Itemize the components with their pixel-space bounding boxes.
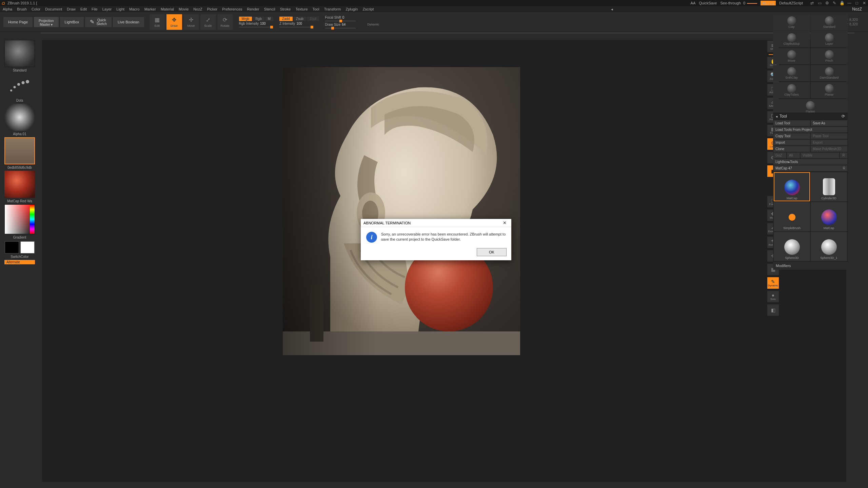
rotate-button[interactable]: ⟳Rotate bbox=[217, 14, 233, 30]
copy-tool-button[interactable]: Copy Tool bbox=[773, 133, 810, 139]
swatch-white[interactable] bbox=[20, 241, 35, 253]
rail-transp[interactable]: ◧ bbox=[767, 304, 779, 316]
swatch-black[interactable] bbox=[5, 241, 19, 253]
tool-matcap[interactable]: MatCap bbox=[774, 172, 810, 201]
texture-thumb[interactable] bbox=[4, 137, 35, 164]
tool-simplebrush[interactable]: SimpleBrush bbox=[774, 202, 810, 231]
scale-button[interactable]: ⤢Scale bbox=[200, 14, 216, 30]
close-icon[interactable]: ✕ bbox=[862, 1, 867, 5]
live-boolean-tab[interactable]: Live Boolean bbox=[113, 17, 144, 27]
switchcolor-label[interactable]: SwitchColor bbox=[11, 255, 28, 259]
menu-marker[interactable]: Marker bbox=[144, 7, 156, 11]
brush-snthclay[interactable]: SnthClay bbox=[773, 65, 810, 81]
minimize-icon[interactable]: — bbox=[847, 1, 852, 5]
modifiers-section[interactable]: Modifiers bbox=[773, 262, 848, 270]
menu-preferences[interactable]: Preferences bbox=[222, 7, 242, 11]
lock-icon[interactable]: 🔒 bbox=[840, 1, 844, 5]
save-as-button[interactable]: Save As bbox=[810, 120, 848, 126]
menu-tool[interactable]: Tool bbox=[313, 7, 319, 11]
brush-claybuildup[interactable]: ClayBuildup bbox=[773, 31, 810, 47]
arrows-icon[interactable]: ⇄ bbox=[810, 1, 814, 5]
make-polymesh-button[interactable]: Make PolyMesh3D bbox=[810, 146, 848, 152]
menu-light[interactable]: Light bbox=[116, 7, 124, 11]
brush-layer[interactable]: Layer bbox=[811, 31, 848, 47]
hue-strip[interactable] bbox=[30, 205, 35, 234]
menu-nozz[interactable]: NozZ bbox=[193, 7, 202, 11]
menu-right-label[interactable]: NozZ bbox=[852, 7, 865, 12]
material-thumb[interactable] bbox=[4, 171, 35, 198]
gradient-label[interactable]: Gradient bbox=[13, 236, 26, 239]
matcap-slider[interactable]: MatCap 47R bbox=[773, 165, 848, 171]
menu-edit[interactable]: Edit bbox=[80, 7, 87, 11]
import-button[interactable]: Import bbox=[773, 139, 810, 146]
lightbox-tools-button[interactable]: Lightbox▸Tools bbox=[773, 159, 848, 165]
rgb-chip[interactable]: Rgb bbox=[253, 17, 264, 21]
menu-color[interactable]: Color bbox=[32, 7, 40, 11]
quicksave-button[interactable]: QuickSave bbox=[699, 1, 717, 5]
menu-material[interactable]: Material bbox=[161, 7, 174, 11]
zcut-chip[interactable]: Zcut bbox=[307, 17, 319, 21]
focal-shift-slider[interactable] bbox=[325, 21, 356, 21]
menu-picker[interactable]: Picker bbox=[207, 7, 218, 11]
lightbox-tab[interactable]: LightBox bbox=[60, 17, 84, 27]
menu-movie[interactable]: Movie bbox=[179, 7, 189, 11]
brush-thumb[interactable] bbox=[4, 40, 35, 67]
brush-move[interactable]: Move bbox=[773, 48, 810, 64]
zadd-chip[interactable]: Zadd bbox=[279, 17, 293, 21]
menu-document[interactable]: Document bbox=[45, 7, 62, 11]
menu-render[interactable]: Render bbox=[247, 7, 259, 11]
tool-matcap2[interactable]: MatCap bbox=[811, 202, 847, 231]
z-intensity-slider[interactable] bbox=[279, 27, 313, 27]
load-from-project-button[interactable]: Load Tools From Project bbox=[773, 126, 848, 133]
export-button[interactable]: Export bbox=[810, 139, 848, 146]
menus-toggle[interactable]: Menus bbox=[761, 1, 776, 5]
draw-size-slider[interactable] bbox=[325, 28, 356, 28]
rgb-intensity-slider[interactable] bbox=[239, 27, 273, 27]
tool-sphere3d-1[interactable]: Sphere3D_1 bbox=[811, 232, 847, 261]
dialog-close-icon[interactable]: ✕ bbox=[500, 220, 509, 225]
alpha-thumb[interactable] bbox=[4, 104, 35, 131]
m-chip[interactable]: M bbox=[265, 17, 273, 21]
dialog-titlebar[interactable]: ABNORMAL TERMINATION ✕ bbox=[361, 219, 511, 227]
menu-zplugin[interactable]: Zplugin bbox=[346, 7, 358, 11]
seethrough-slider[interactable]: See-through 0 bbox=[720, 1, 757, 5]
menu-layer[interactable]: Layer bbox=[102, 7, 112, 11]
goz-r-button[interactable]: R bbox=[840, 152, 848, 159]
gear-icon[interactable]: ⚙ bbox=[825, 1, 829, 5]
screen-icon[interactable]: ▭ bbox=[817, 1, 822, 5]
edit-button[interactable]: ▦Edit bbox=[150, 14, 165, 30]
alternate-button[interactable]: Alternate bbox=[4, 260, 35, 264]
brush-claytubes[interactable]: ClayTubes bbox=[773, 82, 810, 98]
zsub-chip[interactable]: Zsub bbox=[293, 17, 306, 21]
maximize-icon[interactable]: □ bbox=[854, 1, 859, 5]
mrgb-chip[interactable]: Mrgb bbox=[239, 17, 252, 21]
default-zscript[interactable]: DefaultZScript bbox=[779, 1, 803, 5]
clone-button[interactable]: Clone bbox=[773, 146, 810, 152]
quick-sketch-tab[interactable]: ✎ Quick Sketch bbox=[85, 17, 112, 27]
tool-panel-header[interactable]: ◂Tool⟳ bbox=[773, 113, 848, 120]
brush-damstandard[interactable]: DamStandard bbox=[811, 65, 848, 81]
goz-button[interactable]: GoZ bbox=[773, 152, 787, 159]
load-tool-button[interactable]: Load Tool bbox=[773, 120, 810, 126]
brush-pinch[interactable]: Pinch bbox=[811, 48, 848, 64]
paste-tool-button[interactable]: Paste Tool bbox=[810, 133, 848, 139]
brush-standard[interactable]: Standard bbox=[811, 14, 848, 30]
aa-toggle[interactable]: AA bbox=[691, 1, 696, 5]
brush-clay[interactable]: Clay bbox=[773, 14, 810, 30]
tool-sphere3d[interactable]: Sphere3D bbox=[774, 232, 810, 261]
color-picker[interactable] bbox=[4, 204, 35, 234]
draw-button[interactable]: ✥Draw bbox=[166, 14, 182, 30]
menu-transform[interactable]: Transform bbox=[324, 7, 341, 11]
menu-macro[interactable]: Macro bbox=[129, 7, 140, 11]
dynamic-label[interactable]: Dynamic bbox=[367, 23, 379, 26]
collapse-icon[interactable]: ◂ bbox=[611, 7, 613, 12]
note-icon[interactable]: ✎ bbox=[832, 1, 837, 5]
tool-cylinder3d[interactable]: Cylinder3D bbox=[811, 172, 847, 201]
home-page-tab[interactable]: Home Page bbox=[3, 17, 33, 27]
canvas[interactable] bbox=[42, 40, 846, 482]
dialog-ok-button[interactable]: OK bbox=[477, 248, 507, 256]
menu-texture[interactable]: Texture bbox=[295, 7, 308, 11]
refresh-icon[interactable]: ⟳ bbox=[842, 114, 845, 119]
menu-alpha[interactable]: Alpha bbox=[3, 7, 12, 11]
menu-draw[interactable]: Draw bbox=[67, 7, 76, 11]
